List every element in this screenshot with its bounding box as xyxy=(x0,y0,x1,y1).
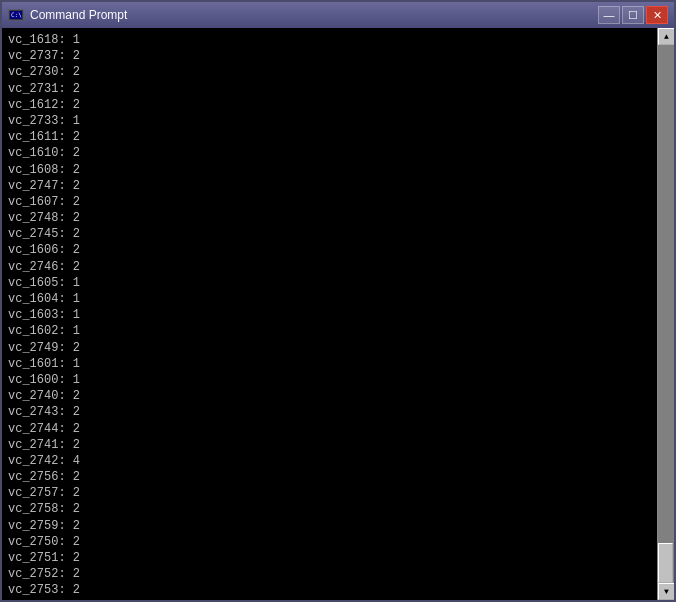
scrollbar[interactable]: ▲ ▼ xyxy=(657,28,674,600)
scrollbar-track[interactable] xyxy=(658,45,674,583)
window-controls: — ☐ ✕ xyxy=(598,6,668,24)
terminal-output[interactable]: vc_1618: 1 vc_2737: 2 vc_2730: 2 vc_2731… xyxy=(2,28,657,600)
titlebar: C:\ Command Prompt — ☐ ✕ xyxy=(2,2,674,28)
minimize-button[interactable]: — xyxy=(598,6,620,24)
window-icon: C:\ xyxy=(8,7,24,23)
maximize-button[interactable]: ☐ xyxy=(622,6,644,24)
scrollbar-thumb[interactable] xyxy=(658,543,673,583)
content-area: vc_1618: 1 vc_2737: 2 vc_2730: 2 vc_2731… xyxy=(2,28,674,600)
window: C:\ Command Prompt — ☐ ✕ vc_1618: 1 vc_2… xyxy=(0,0,676,602)
close-button[interactable]: ✕ xyxy=(646,6,668,24)
scrollbar-down-button[interactable]: ▼ xyxy=(658,583,674,600)
svg-text:C:\: C:\ xyxy=(11,11,22,18)
scrollbar-up-button[interactable]: ▲ xyxy=(658,28,674,45)
window-title: Command Prompt xyxy=(30,8,598,22)
